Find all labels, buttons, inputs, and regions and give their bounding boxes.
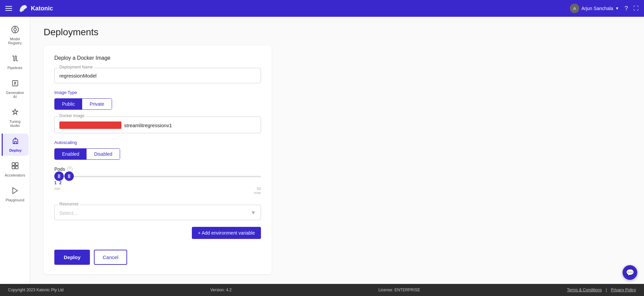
footer: Copyright 2023 Katonic Pty Ltd Version: … [0, 284, 644, 296]
sidebar-item-playground[interactable]: Playground [2, 183, 29, 205]
sidebar: Model Registry Pipelines Generative AI [0, 17, 30, 284]
autoscaling-disabled-btn[interactable]: Disabled [87, 149, 119, 159]
footer-links: Terms & Conditions | Privacy Policy [567, 288, 636, 292]
slider-handle-group [54, 171, 74, 181]
action-buttons: Deploy Cancel [54, 250, 261, 265]
logo-text: Katonic [31, 5, 53, 12]
slider-minmax-labels: min 50 max [54, 187, 261, 195]
image-type-label: Image Type [54, 90, 261, 95]
svg-marker-9 [13, 188, 17, 194]
sidebar-item-generative-ai[interactable]: Generative AI [2, 76, 29, 102]
tuning-studio-icon [11, 108, 19, 118]
footer-copyright: Copyright 2023 Katonic Pty Ltd [8, 288, 63, 292]
navbar-left: Katonic [5, 3, 53, 14]
docker-image-highlight [59, 121, 121, 129]
footer-version: Version: 4.2 [210, 288, 231, 292]
navbar-right: A Arjun Sanchala ▼ ? ⛶ [570, 4, 639, 13]
user-menu[interactable]: A Arjun Sanchala ▼ [570, 4, 619, 13]
sidebar-item-tuning-studio[interactable]: Tuning studio [2, 105, 29, 131]
image-type-field: Image Type Public Private [54, 90, 261, 110]
resources-label: Resources [58, 202, 80, 206]
pods-label: Pods ? [54, 166, 261, 172]
sidebar-item-accelerators[interactable]: Accelerators [2, 158, 29, 181]
footer-terms-link[interactable]: Terms & Conditions [567, 288, 602, 292]
avatar: A [570, 4, 579, 13]
sidebar-item-pipelines-label: Pipelines [7, 66, 22, 70]
slider-max-label: max [254, 191, 261, 195]
sidebar-item-playground-label: Playground [6, 198, 24, 202]
deploy-button[interactable]: Deploy [54, 250, 90, 265]
help-button[interactable]: ? [625, 5, 628, 12]
deployment-name-field: Deployment Name [54, 68, 261, 83]
user-name: Arjun Sanchala [581, 6, 613, 11]
autoscaling-toggle: Enabled Disabled [54, 148, 120, 160]
pods-help-icon[interactable]: ? [67, 166, 72, 172]
svg-rect-5 [12, 163, 15, 165]
image-type-private-btn[interactable]: Private [82, 99, 112, 109]
playground-icon [11, 187, 19, 197]
footer-license: License: ENTERPRISE [378, 288, 420, 292]
sidebar-item-model-registry-label: Model Registry [4, 37, 26, 45]
deployment-name-label: Deployment Name [58, 65, 94, 69]
pods-section: Pods ? [54, 166, 261, 220]
pipelines-icon [11, 54, 19, 64]
slider-min-value: 1 [54, 181, 57, 185]
svg-rect-6 [15, 163, 18, 165]
deployment-name-input-wrapper: Deployment Name [54, 68, 261, 83]
generative-ai-icon [11, 79, 19, 89]
accelerators-icon [11, 162, 19, 172]
deploy-icon [11, 137, 19, 147]
add-env-section: + Add environment variable [54, 227, 261, 244]
resources-select-wrapper: Resources Select... ▼ [54, 205, 261, 220]
docker-image-input[interactable] [124, 122, 256, 128]
slider-handle-min[interactable] [54, 171, 64, 181]
deploy-form-card: Deploy a Docker Image Deployment Name Im… [44, 46, 272, 274]
autoscaling-field: Autoscaling Enabled Disabled [54, 140, 261, 160]
page-title: Deployments [44, 27, 631, 38]
slider-current-values: 1 2 [54, 181, 61, 185]
navbar-logo: Katonic [17, 3, 53, 14]
image-type-toggle: Public Private [54, 98, 112, 110]
resources-field: Resources Select... ▼ [54, 205, 261, 220]
chevron-down-icon: ▼ [615, 6, 619, 11]
section-title: Deploy a Docker Image [54, 55, 261, 61]
main-content: Deployments Deploy a Docker Image Deploy… [30, 17, 644, 284]
svg-rect-7 [12, 166, 15, 169]
fullscreen-icon: ⛶ [633, 5, 639, 11]
main-layout: Model Registry Pipelines Generative AI [0, 17, 644, 284]
slider-min-label: min [54, 187, 60, 195]
svg-point-1 [14, 28, 16, 31]
hamburger-menu[interactable] [5, 6, 12, 11]
slider-track [54, 176, 261, 177]
slider-max-value: 2 [59, 181, 62, 185]
sidebar-item-model-registry[interactable]: Model Registry [2, 22, 29, 48]
sidebar-item-deploy-label: Deploy [9, 148, 22, 152]
chevron-down-icon: ▼ [251, 210, 256, 216]
katonic-logo-icon [17, 3, 28, 14]
image-type-public-btn[interactable]: Public [55, 99, 82, 109]
fullscreen-button[interactable]: ⛶ [633, 5, 639, 11]
navbar: Katonic A Arjun Sanchala ▼ ? ⛶ [0, 0, 644, 17]
slider-handle-max[interactable] [64, 171, 74, 181]
sidebar-item-deploy[interactable]: Deploy [2, 134, 29, 156]
sidebar-item-pipelines[interactable]: Pipelines [2, 51, 29, 73]
autoscaling-enabled-btn[interactable]: Enabled [55, 149, 87, 159]
autoscaling-label: Autoscaling [54, 140, 261, 145]
cancel-button[interactable]: Cancel [94, 250, 127, 265]
sidebar-item-accelerators-label: Accelerators [5, 173, 25, 177]
deployment-name-input[interactable] [59, 73, 256, 79]
chat-bubble-button[interactable]: 💬 [623, 265, 637, 280]
docker-image-field: Docker Image [54, 116, 261, 133]
pods-slider-wrapper: 1 2 min 50 max [54, 176, 261, 195]
svg-rect-8 [15, 166, 18, 169]
docker-image-row [59, 121, 256, 129]
docker-image-input-wrapper: Docker Image [54, 116, 261, 133]
add-environment-variable-button[interactable]: + Add environment variable [192, 227, 261, 239]
chat-icon: 💬 [626, 268, 634, 277]
docker-image-label: Docker Image [58, 113, 86, 118]
footer-privacy-link[interactable]: Privacy Policy [611, 288, 636, 292]
sidebar-item-tuning-studio-label: Tuning studio [4, 119, 26, 128]
help-icon: ? [625, 5, 628, 12]
slider-max-number: 50 [257, 187, 261, 191]
sidebar-item-generative-ai-label: Generative AI [4, 91, 26, 99]
